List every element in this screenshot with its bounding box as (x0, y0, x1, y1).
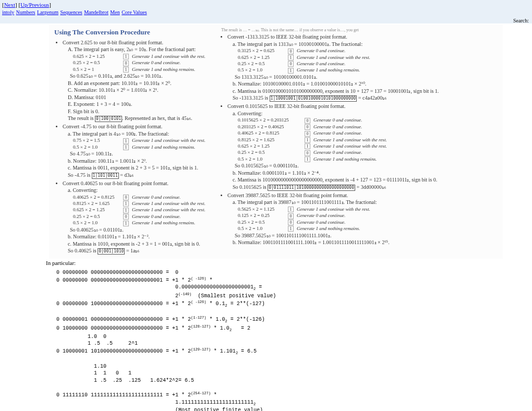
fraction-table: 0.625 × 2 = 1.251Generate 1 and continue… (63, 53, 201, 72)
example-item: Convert 2.625 to our 8-bit floating poin… (63, 39, 201, 122)
bit-box: 0|01111011|10100000000000000000000 (268, 185, 355, 191)
nav-up[interactable]: Up/Previous (20, 2, 49, 8)
search-row: Search: (0, 17, 532, 23)
bit-box: 0|001|1010 (98, 248, 125, 255)
crumb-link[interactable]: Men (110, 9, 119, 15)
breadcrumb: intoly Numbers Largenum Sequences Mandel… (2, 9, 530, 16)
crumb-link[interactable]: Core Values (122, 9, 147, 15)
main-content: Using The Conversion Procedure Convert 2… (0, 23, 532, 411)
crumb-link[interactable]: Sequences (60, 9, 82, 15)
crumb-link[interactable]: intoly (2, 9, 14, 15)
crumb-link[interactable]: Mandelbrot (84, 9, 108, 15)
bit-pattern-table: 0 00000000 00000000000000000000000 = 0 0… (49, 269, 532, 411)
bit-box: 1|101|0011 (92, 173, 119, 179)
search-label: Search: (513, 18, 529, 23)
example-item: Convert 0.1015625 to IEEE 32-bit floatin… (227, 103, 498, 190)
crumb-link[interactable]: Numbers (16, 9, 35, 15)
bit-box: 1|10001001|01001000010101000000000 (270, 95, 357, 102)
example-item: Convert 0.40625 to our 8-bit floating po… (63, 180, 201, 255)
bit-box: 0|100|0101 (95, 116, 122, 122)
figure-right-column: The result is … = …₁₆. This is not the s… (207, 25, 503, 259)
example-item: Convert 39887.5625 to IEEE 32-bit floati… (227, 192, 498, 246)
conversion-figure: Using The Conversion Procedure Convert 2… (49, 25, 532, 259)
figure-left-column: Using The Conversion Procedure Convert 2… (49, 25, 207, 259)
nav-bar: [Next] [Up/Previous] intoly Numbers Larg… (0, 0, 532, 17)
example-item: Convert -1313.3125 to IEEE 32-bit floati… (227, 33, 498, 102)
nav-next[interactable]: Next (4, 2, 15, 8)
crumb-link[interactable]: Largenum (37, 9, 58, 15)
figure-title: Using The Conversion Procedure (54, 28, 201, 37)
section-label: In particular: (46, 260, 532, 266)
example-item: Convert -4.75 to our 8-bit floating poin… (63, 123, 201, 178)
